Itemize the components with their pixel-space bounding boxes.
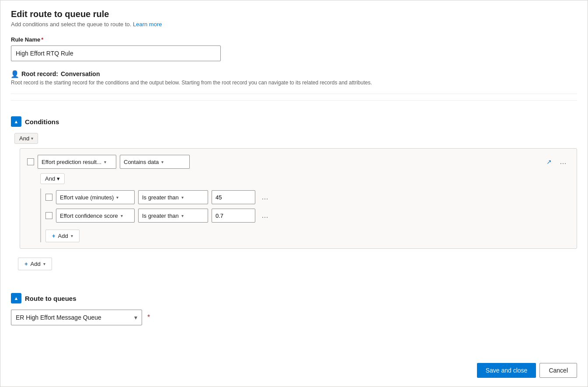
root-record-icon: 👤 xyxy=(11,70,19,78)
cond1-op-chevron: ▾ xyxy=(161,160,164,164)
and-badge-inner[interactable]: And ▾ xyxy=(40,173,65,184)
root-record-title: 👤 Root record: Conversation xyxy=(11,70,577,78)
save-and-close-button[interactable]: Save and close xyxy=(477,363,536,378)
condition-3-operator-select[interactable]: Is greater than ▾ xyxy=(138,209,208,223)
conditions-section-header: ▲ Conditions xyxy=(11,116,577,127)
learn-more-link[interactable]: Learn more xyxy=(133,21,162,28)
and-chevron-inner: ▾ xyxy=(57,175,60,182)
condition-2-checkbox[interactable] xyxy=(45,194,52,201)
rule-name-input[interactable] xyxy=(11,45,221,61)
condition-1-operator-select[interactable]: Contains data ▾ xyxy=(120,155,190,169)
cond3-field-chevron: ▾ xyxy=(121,213,123,218)
condition-1-expand-button[interactable]: ↗︎ xyxy=(545,157,553,166)
cond1-field-chevron: ▾ xyxy=(104,160,106,164)
condition-1-field-select[interactable]: Effort prediction result... ▾ xyxy=(38,155,116,169)
condition-2-operator-select[interactable]: Is greater than ▾ xyxy=(138,190,208,204)
add-inner-button[interactable]: + Add ▾ xyxy=(45,230,80,242)
condition-2-field-select[interactable]: Effort value (minutes) ▾ xyxy=(56,190,135,204)
condition-row-2: Effort value (minutes) ▾ Is greater than… xyxy=(45,190,570,204)
condition-1-more-button[interactable]: … xyxy=(557,157,570,167)
condition-2-more-button[interactable]: … xyxy=(259,192,271,202)
conditions-area: And ▾ Effort prediction result... ▾ Cont… xyxy=(14,133,577,270)
queue-select-chevron: ▾ xyxy=(134,314,137,321)
add-outer-container: + Add ▾ xyxy=(18,255,577,270)
page-title: Edit route to queue rule xyxy=(11,9,577,19)
conditions-icon: ▲ xyxy=(11,116,21,127)
condition-2-value-input[interactable] xyxy=(212,190,255,204)
root-record-section: 👤 Root record: Conversation Root record … xyxy=(11,70,577,94)
cond2-op-chevron: ▾ xyxy=(181,195,184,200)
rule-name-label: Rule Name* xyxy=(11,36,577,43)
condition-subgroup: Effort value (minutes) ▾ Is greater than… xyxy=(40,188,570,242)
add-outer-button[interactable]: + Add ▾ xyxy=(18,258,52,270)
cancel-button[interactable]: Cancel xyxy=(539,363,577,378)
route-section: ▲ Route to queues ER High Effort Message… xyxy=(11,283,577,325)
and-badge-outer[interactable]: And ▾ xyxy=(14,133,38,144)
cond3-op-chevron: ▾ xyxy=(181,213,184,218)
condition-3-checkbox[interactable] xyxy=(45,212,52,219)
page-container: Edit route to queue rule Add conditions … xyxy=(0,0,588,387)
condition-3-more-button[interactable]: … xyxy=(259,211,271,220)
condition-1-checkbox[interactable] xyxy=(27,158,34,165)
route-section-title: Route to queues xyxy=(25,295,77,302)
and-chevron-outer: ▾ xyxy=(31,136,33,141)
cond2-field-chevron: ▾ xyxy=(116,195,118,200)
condition-row-1: Effort prediction result... ▾ Contains d… xyxy=(27,155,570,169)
page-subtitle: Add conditions and select the queue to r… xyxy=(11,21,577,28)
queue-required-marker: * xyxy=(147,314,150,321)
condition-row-3: Effort confidence score ▾ Is greater tha… xyxy=(45,209,570,223)
condition-3-field-select[interactable]: Effort confidence score ▾ xyxy=(56,209,135,223)
queue-select-dropdown[interactable]: ER High Effort Message Queue ▾ xyxy=(11,310,142,325)
route-section-header: ▲ Route to queues xyxy=(11,293,577,303)
condition-group-outer: Effort prediction result... ▾ Contains d… xyxy=(20,148,577,249)
conditions-title: Conditions xyxy=(25,118,59,126)
route-section-icon: ▲ xyxy=(11,293,21,303)
condition-3-value-input[interactable] xyxy=(212,209,255,223)
footer-actions: Save and close Cancel xyxy=(477,363,577,378)
queue-select-row: ER High Effort Message Queue ▾ * xyxy=(11,310,577,325)
root-record-description: Root record is the starting record for t… xyxy=(11,80,577,86)
